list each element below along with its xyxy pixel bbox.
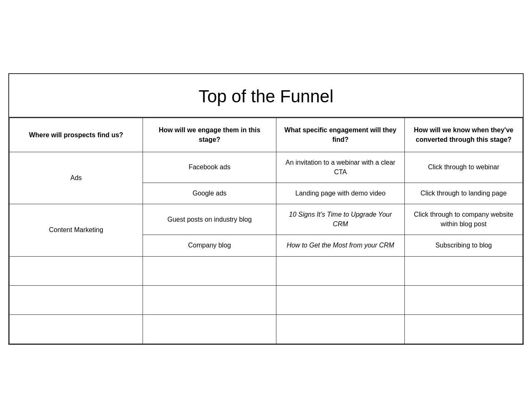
ads-label: Ads	[10, 152, 143, 204]
content-engagement-1: 10 Signs It’s Time to Upgrade Your CRM	[276, 204, 405, 235]
empty-row-3	[10, 314, 523, 344]
title-section: Top of the Funnel	[9, 74, 523, 118]
empty-3-col2	[143, 314, 276, 344]
content-conversion-1: Click through to company website within …	[404, 204, 522, 235]
ads-conversion-1: Click through to webinar	[404, 152, 522, 183]
empty-3-col4	[404, 314, 522, 344]
empty-row-2	[10, 285, 523, 314]
content-engagement-2: How to Get the Most from your CRM	[276, 235, 405, 256]
content-row-1: Content Marketing Guest posts on industr…	[10, 204, 523, 235]
table-container: Where will prospects find us? How will w…	[9, 118, 523, 344]
empty-row-1	[10, 256, 523, 285]
empty-1-col4	[404, 256, 522, 285]
empty-1-col1	[10, 256, 143, 285]
header-col1: Where will prospects find us?	[10, 118, 143, 152]
empty-2-col1	[10, 285, 143, 314]
ads-channel-1: Facebook ads	[143, 152, 276, 183]
page-wrapper: Top of the Funnel Where will prospects f…	[8, 73, 524, 344]
ads-engagement-2: Landing page with demo video	[276, 183, 405, 204]
header-col4: How will we know when they've converted …	[404, 118, 522, 152]
ads-row-1: Ads Facebook ads An invitation to a webi…	[10, 152, 523, 183]
funnel-table: Where will prospects find us? How will w…	[9, 118, 523, 344]
content-channel-2: Company blog	[143, 235, 276, 256]
header-row: Where will prospects find us? How will w…	[10, 118, 523, 152]
empty-1-col2	[143, 256, 276, 285]
ads-conversion-2: Click through to landing page	[404, 183, 522, 204]
header-col3: What specific engagement will they find?	[276, 118, 405, 152]
content-conversion-2: Subscribing to blog	[404, 235, 522, 256]
empty-2-col4	[404, 285, 522, 314]
empty-3-col3	[276, 314, 405, 344]
content-channel-1: Guest posts on industry blog	[143, 204, 276, 235]
empty-2-col2	[143, 285, 276, 314]
page-title: Top of the Funnel	[17, 87, 515, 106]
content-label: Content Marketing	[10, 204, 143, 256]
ads-engagement-1: An invitation to a webinar with a clear …	[276, 152, 405, 183]
header-col2: How will we engage them in this stage?	[143, 118, 276, 152]
ads-channel-2: Google ads	[143, 183, 276, 204]
empty-3-col1	[10, 314, 143, 344]
empty-2-col3	[276, 285, 405, 314]
empty-1-col3	[276, 256, 405, 285]
